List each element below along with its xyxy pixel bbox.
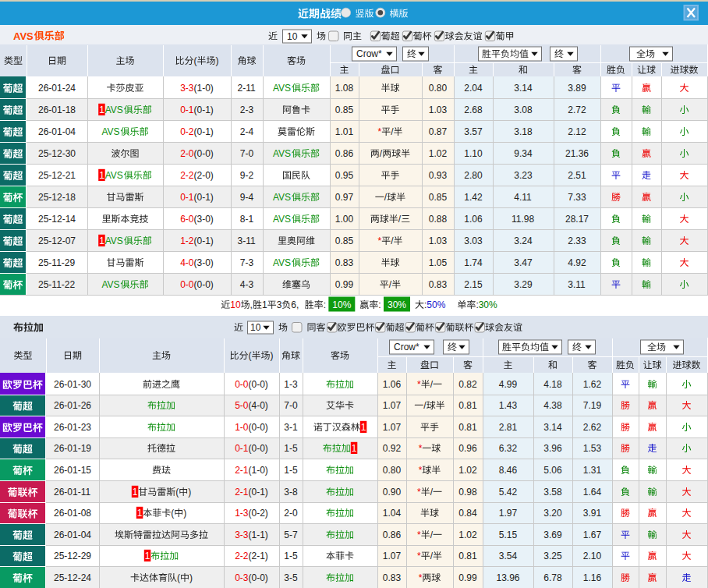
- svg-text:Crow*: Crow*: [356, 48, 382, 59]
- svg-text:1-3: 1-3: [235, 508, 249, 519]
- svg-text:1.43: 1.43: [499, 400, 518, 411]
- svg-text:0.87: 0.87: [429, 126, 448, 137]
- svg-text:3.24: 3.24: [514, 236, 533, 246]
- svg-text:0.84: 0.84: [458, 508, 477, 519]
- svg-text:2-3: 2-3: [240, 104, 254, 115]
- svg-text:1.67: 1.67: [583, 530, 602, 540]
- svg-text:1-0: 1-0: [235, 422, 249, 433]
- svg-text:0.99: 0.99: [458, 572, 477, 583]
- svg-text:0.83: 0.83: [429, 279, 448, 290]
- svg-text:26-01-11: 26-01-11: [54, 487, 90, 498]
- svg-text:0.97: 0.97: [335, 192, 354, 203]
- svg-text:1.04: 1.04: [383, 508, 402, 519]
- svg-text:(2-1): (2-1): [249, 551, 268, 561]
- svg-text:0.98: 0.98: [458, 487, 477, 498]
- svg-text:3.18: 3.18: [514, 126, 533, 137]
- svg-text:(0-1): (0-1): [194, 126, 214, 137]
- svg-text:0.99: 0.99: [335, 279, 354, 290]
- svg-text:7.33: 7.33: [568, 192, 586, 203]
- svg-text:2.62: 2.62: [583, 422, 602, 433]
- svg-text:(2-0): (2-0): [194, 170, 214, 181]
- svg-text:0.90: 0.90: [383, 487, 402, 498]
- svg-text:(: (: [175, 487, 179, 498]
- svg-text:0-1: 0-1: [235, 443, 249, 454]
- svg-text:1.74: 1.74: [464, 257, 483, 268]
- svg-text:3-1: 3-1: [284, 422, 298, 433]
- svg-text:26-01-04: 26-01-04: [38, 126, 76, 137]
- svg-text:9-2: 9-2: [240, 170, 254, 181]
- svg-text:26-01-18: 26-01-18: [38, 104, 76, 115]
- svg-text:): ): [216, 55, 219, 66]
- svg-text:): ): [189, 572, 193, 583]
- svg-text:0.95: 0.95: [335, 170, 354, 181]
- svg-text:3.11: 3.11: [568, 279, 586, 290]
- svg-text:(1-0): (1-0): [194, 83, 214, 94]
- svg-text:2-1: 2-1: [235, 487, 249, 498]
- svg-text:3.91: 3.91: [583, 508, 602, 519]
- svg-text:(0-1): (0-1): [194, 104, 214, 115]
- svg-text:4-0: 4-0: [180, 257, 194, 268]
- svg-text:26-01-08: 26-01-08: [54, 508, 91, 519]
- svg-text:0.83: 0.83: [383, 572, 402, 583]
- svg-text:5-0: 5-0: [235, 400, 249, 411]
- svg-text:(: (: [177, 572, 180, 583]
- svg-text:AVS: AVS: [105, 104, 123, 115]
- svg-text:25-12-24: 25-12-24: [54, 572, 91, 583]
- svg-text:3-11: 3-11: [238, 236, 256, 246]
- svg-text:3.14: 3.14: [543, 422, 562, 433]
- svg-text:13.96: 13.96: [497, 572, 520, 583]
- svg-text:3.89: 3.89: [568, 83, 586, 94]
- svg-text:2-2: 2-2: [235, 551, 249, 561]
- svg-text:1.53: 1.53: [583, 443, 602, 454]
- svg-text:): ): [188, 487, 191, 498]
- svg-text:25-11-22: 25-11-22: [38, 279, 75, 290]
- svg-text:50%: 50%: [427, 299, 445, 310]
- svg-text:4.99: 4.99: [499, 379, 518, 390]
- svg-text:2.15: 2.15: [464, 279, 483, 290]
- svg-text:AVS: AVS: [273, 192, 291, 203]
- svg-text:10: 10: [287, 31, 298, 42]
- svg-text:6.78: 6.78: [543, 572, 562, 583]
- svg-text:1: 1: [133, 487, 138, 498]
- svg-text:0.83: 0.83: [335, 257, 354, 268]
- svg-text:(0-0): (0-0): [194, 279, 214, 290]
- svg-text:30%: 30%: [479, 299, 497, 310]
- svg-text:*: *: [417, 530, 421, 540]
- svg-text:26-01-19: 26-01-19: [54, 443, 91, 454]
- svg-text:(0-0): (0-0): [194, 148, 214, 159]
- svg-text:3.29: 3.29: [514, 279, 533, 290]
- svg-text:AVS: AVS: [273, 257, 291, 268]
- svg-text:1: 1: [137, 508, 143, 519]
- svg-text:26-01-23: 26-01-23: [54, 422, 91, 433]
- svg-text:1: 1: [145, 551, 150, 561]
- svg-text:(1-0): (1-0): [249, 465, 268, 476]
- svg-text:0-1: 0-1: [180, 192, 194, 203]
- svg-text:10%: 10%: [332, 299, 351, 310]
- svg-text:(1-1): (1-1): [249, 530, 268, 540]
- svg-text:6,: 6,: [291, 299, 299, 310]
- svg-text:2.51: 2.51: [568, 170, 586, 181]
- svg-text:25-12-07: 25-12-07: [38, 236, 76, 246]
- svg-text:0.85: 0.85: [335, 236, 354, 246]
- svg-text:0.81: 0.81: [458, 422, 477, 433]
- svg-text:(: (: [194, 55, 197, 66]
- svg-text:1-3: 1-3: [284, 379, 298, 390]
- svg-text:1: 1: [352, 443, 357, 454]
- svg-text:7-0: 7-0: [240, 148, 254, 159]
- svg-text:1.07: 1.07: [383, 551, 402, 561]
- svg-text:1: 1: [99, 170, 104, 181]
- svg-text:9-4: 9-4: [240, 192, 254, 203]
- svg-text:*: *: [419, 443, 423, 454]
- svg-text:(4-0): (4-0): [249, 400, 268, 411]
- svg-text:7-0: 7-0: [284, 400, 298, 411]
- svg-text:0.96: 0.96: [458, 443, 477, 454]
- svg-text:4.18: 4.18: [543, 379, 562, 390]
- svg-text:3-8: 3-8: [284, 487, 298, 498]
- svg-text:3.96: 3.96: [543, 443, 562, 454]
- svg-text:7-3: 7-3: [240, 257, 254, 268]
- svg-text:5-7: 5-7: [284, 530, 298, 540]
- svg-text:11.98: 11.98: [512, 214, 534, 225]
- svg-text:26-01-30: 26-01-30: [54, 379, 91, 390]
- svg-text:4.11: 4.11: [514, 192, 532, 203]
- svg-text:2-2: 2-2: [180, 170, 194, 181]
